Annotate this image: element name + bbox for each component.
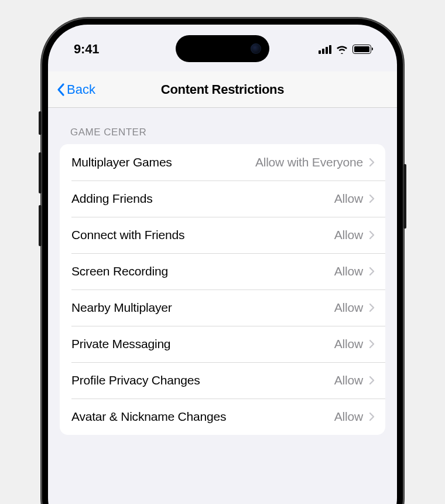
row-connect-with-friends[interactable]: Connect with Friends Allow: [60, 217, 385, 253]
status-icons: [319, 45, 371, 54]
row-value: Allow: [334, 228, 363, 242]
settings-list: Multiplayer Games Allow with Everyone Ad…: [60, 144, 385, 435]
power-button: [403, 164, 406, 229]
cellular-signal-icon: [319, 45, 331, 54]
front-camera-icon: [251, 43, 261, 54]
page-title: Content Restrictions: [161, 82, 284, 97]
silent-switch: [39, 111, 42, 135]
phone-frame: 9:41 Back Content Restrictions: [41, 18, 404, 504]
volume-up-button: [39, 152, 42, 193]
content-area: Game Center Multiplayer Games Allow with…: [48, 108, 397, 504]
phone-screen: 9:41 Back Content Restrictions: [48, 25, 397, 504]
chevron-right-icon: [369, 339, 375, 349]
chevron-right-icon: [369, 303, 375, 312]
row-value: Allow: [334, 337, 363, 351]
row-value: Allow: [334, 410, 363, 424]
row-value: Allow: [334, 301, 363, 315]
row-label: Connect with Friends: [71, 228, 184, 242]
row-value: Allow with Everyone: [255, 155, 363, 169]
row-label: Private Messaging: [71, 337, 170, 351]
back-button-label: Back: [67, 82, 95, 97]
row-value: Allow: [334, 373, 363, 387]
row-label: Nearby Multiplayer: [71, 301, 172, 315]
battery-icon: [352, 45, 371, 54]
row-label: Adding Friends: [71, 192, 152, 206]
row-label: Avatar & Nickname Changes: [71, 410, 226, 424]
row-avatar-nickname-changes[interactable]: Avatar & Nickname Changes Allow: [60, 399, 385, 435]
chevron-right-icon: [369, 412, 375, 421]
row-profile-privacy-changes[interactable]: Profile Privacy Changes Allow: [60, 362, 385, 399]
chevron-right-icon: [369, 376, 375, 385]
row-value: Allow: [334, 192, 363, 206]
dynamic-island: [176, 35, 269, 62]
back-button[interactable]: Back: [56, 82, 95, 97]
status-time: 9:41: [74, 42, 99, 57]
row-multiplayer-games[interactable]: Multiplayer Games Allow with Everyone: [60, 144, 385, 181]
chevron-right-icon: [369, 267, 375, 276]
wifi-icon: [336, 45, 348, 54]
chevron-right-icon: [369, 230, 375, 240]
volume-down-button: [39, 205, 42, 246]
navigation-bar: Back Content Restrictions: [48, 71, 397, 108]
row-private-messaging[interactable]: Private Messaging Allow: [60, 326, 385, 362]
row-adding-friends[interactable]: Adding Friends Allow: [60, 181, 385, 217]
row-nearby-multiplayer[interactable]: Nearby Multiplayer Allow: [60, 290, 385, 326]
row-screen-recording[interactable]: Screen Recording Allow: [60, 253, 385, 290]
row-label: Multiplayer Games: [71, 155, 172, 169]
chevron-right-icon: [369, 194, 375, 203]
chevron-right-icon: [369, 158, 375, 167]
row-label: Profile Privacy Changes: [71, 373, 200, 387]
row-label: Screen Recording: [71, 264, 168, 278]
row-value: Allow: [334, 264, 363, 278]
section-header: Game Center: [60, 108, 385, 144]
chevron-left-icon: [56, 83, 66, 97]
